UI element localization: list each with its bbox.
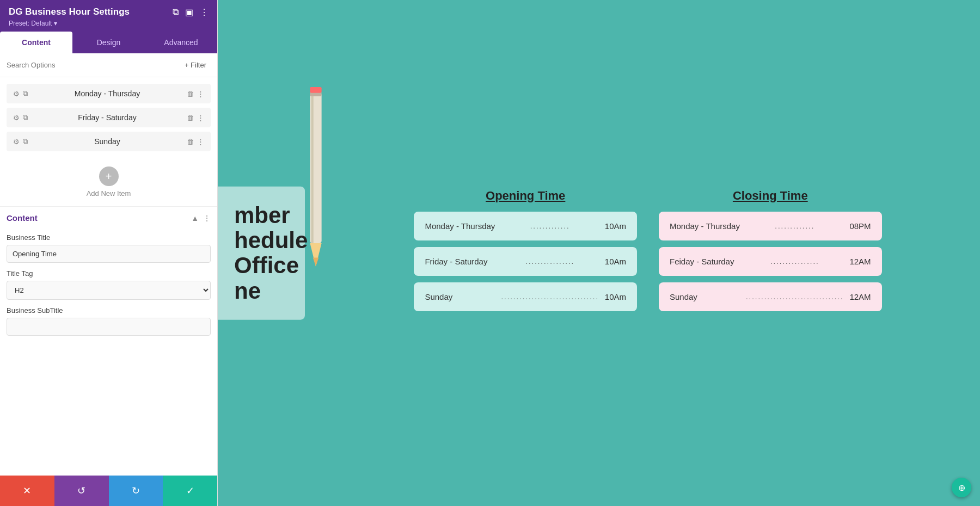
business-subtitle-input[interactable]: [7, 318, 211, 336]
tab-advanced[interactable]: Advanced: [145, 32, 217, 53]
search-bar: + Filter: [0, 53, 217, 77]
business-title-input[interactable]: [7, 245, 211, 263]
more-icon-2[interactable]: ⋮: [197, 138, 204, 146]
closing-day-0: Monday - Thursday: [670, 221, 746, 231]
opening-row-0: Monday - Thursday ............. 10Am: [414, 212, 637, 240]
restore-icon[interactable]: ⧉: [173, 7, 179, 17]
float-action-button[interactable]: ⊕: [952, 478, 971, 497]
cancel-button[interactable]: ✕: [0, 476, 54, 506]
more-icon-0[interactable]: ⋮: [197, 90, 204, 98]
opening-time-0: 10Am: [599, 221, 626, 231]
sidebar-preset[interactable]: Preset: Default ▾: [9, 20, 209, 27]
copy-icon-2[interactable]: ⧉: [23, 137, 28, 146]
item-label-1: Friday - Saturday: [32, 113, 182, 122]
item-label-2: Sunday: [32, 137, 182, 146]
svg-marker-3: [313, 257, 319, 266]
undo-button[interactable]: ↺: [54, 476, 109, 506]
confirm-button[interactable]: ✓: [163, 476, 217, 506]
redo-button[interactable]: ↻: [109, 476, 163, 506]
business-subtitle-label: Business SubTitle: [7, 306, 211, 314]
collapse-icon[interactable]: ▲: [191, 214, 199, 223]
more-icon-1[interactable]: ⋮: [197, 114, 204, 122]
opening-day-1: Friday - Saturday: [425, 257, 501, 266]
tab-content[interactable]: Content: [0, 32, 72, 53]
add-circle-icon: +: [99, 166, 119, 186]
opening-day-0: Monday - Thursday: [425, 221, 501, 231]
sidebar-title: DG Business Hour Settings: [9, 7, 130, 17]
opening-time-1: 10Am: [599, 257, 626, 266]
copy-icon-0[interactable]: ⧉: [23, 89, 28, 98]
items-list: ⚙ ⧉ Monday - Thursday 🗑 ⋮ ⚙ ⧉ Friday - S…: [0, 77, 217, 158]
title-tag-label: Title Tag: [7, 269, 211, 277]
header-icons: ⧉ ▣ ⋮: [173, 7, 209, 17]
closing-dots-0: .............: [746, 222, 844, 230]
sidebar-header: DG Business Hour Settings ⧉ ▣ ⋮ Preset: …: [0, 0, 217, 32]
pencil-decoration: [283, 76, 348, 283]
svg-rect-5: [310, 87, 321, 93]
opening-dots-2: ................................: [501, 293, 599, 301]
business-title-label: Business Title: [7, 233, 211, 242]
filter-button[interactable]: + Filter: [180, 59, 211, 71]
opening-row-1: Friday - Saturday ................ 10Am: [414, 247, 637, 276]
add-new-label: Add New Item: [87, 189, 131, 198]
settings-icon-1[interactable]: ⚙: [13, 114, 20, 122]
svg-rect-1: [311, 93, 314, 243]
opening-day-2: Sunday: [425, 292, 501, 301]
closing-time-title: Closing Time: [659, 189, 882, 203]
sidebar-bottom-bar: ✕ ↺ ↻ ✓: [0, 476, 217, 506]
item-row-2: ⚙ ⧉ Sunday 🗑 ⋮: [7, 132, 211, 151]
delete-icon-1[interactable]: 🗑: [187, 114, 194, 122]
main-preview: mber hedule Office ne Opening Time Monda…: [218, 0, 980, 506]
closing-day-1: Feiday - Saturday: [670, 257, 746, 266]
closing-dots-2: ................................: [746, 293, 844, 301]
tab-design[interactable]: Design: [72, 32, 145, 53]
opening-row-2: Sunday ................................ …: [414, 282, 637, 311]
opening-time-2: 10Am: [599, 292, 626, 301]
layout-icon[interactable]: ▣: [185, 7, 193, 17]
hours-container: Opening Time Monday - Thursday .........…: [414, 189, 881, 318]
opening-time-column: Opening Time Monday - Thursday .........…: [414, 189, 637, 318]
title-tag-select[interactable]: H2 H1 H3 H4 H5 H6: [7, 281, 211, 300]
closing-time-1: 12AM: [844, 257, 871, 266]
closing-row-0: Monday - Thursday ............. 08PM: [659, 212, 882, 240]
sidebar-tabs: Content Design Advanced: [0, 32, 217, 53]
closing-dots-1: ................: [746, 257, 844, 266]
content-section-title: Content: [7, 213, 38, 223]
delete-icon-2[interactable]: 🗑: [187, 138, 194, 146]
closing-row-1: Feiday - Saturday ................ 12AM: [659, 247, 882, 276]
content-section: Content ▲ ⋮ Business Title Title Tag H2 …: [0, 206, 217, 336]
item-row-1: ⚙ ⧉ Friday - Saturday 🗑 ⋮: [7, 108, 211, 127]
delete-icon-0[interactable]: 🗑: [187, 90, 194, 98]
more-icon[interactable]: ⋮: [200, 7, 209, 17]
closing-time-0: 08PM: [844, 221, 871, 231]
closing-day-2: Sunday: [670, 292, 746, 301]
item-label-0: Monday - Thursday: [32, 89, 182, 98]
closing-time-2: 12AM: [844, 292, 871, 301]
closing-row-2: Sunday ................................ …: [659, 282, 882, 311]
copy-icon-1[interactable]: ⧉: [23, 113, 28, 122]
opening-time-title: Opening Time: [414, 189, 637, 203]
section-more-icon[interactable]: ⋮: [203, 214, 211, 223]
opening-dots-0: .............: [501, 222, 599, 230]
item-row-0: ⚙ ⧉ Monday - Thursday 🗑 ⋮: [7, 84, 211, 103]
add-new-item-button[interactable]: + Add New Item: [0, 158, 217, 206]
opening-dots-1: ................: [501, 257, 599, 266]
closing-time-column: Closing Time Monday - Thursday .........…: [659, 189, 882, 318]
settings-icon-0[interactable]: ⚙: [13, 90, 20, 98]
sidebar: DG Business Hour Settings ⧉ ▣ ⋮ Preset: …: [0, 0, 218, 506]
search-input[interactable]: [7, 61, 176, 69]
settings-icon-2[interactable]: ⚙: [13, 138, 20, 146]
